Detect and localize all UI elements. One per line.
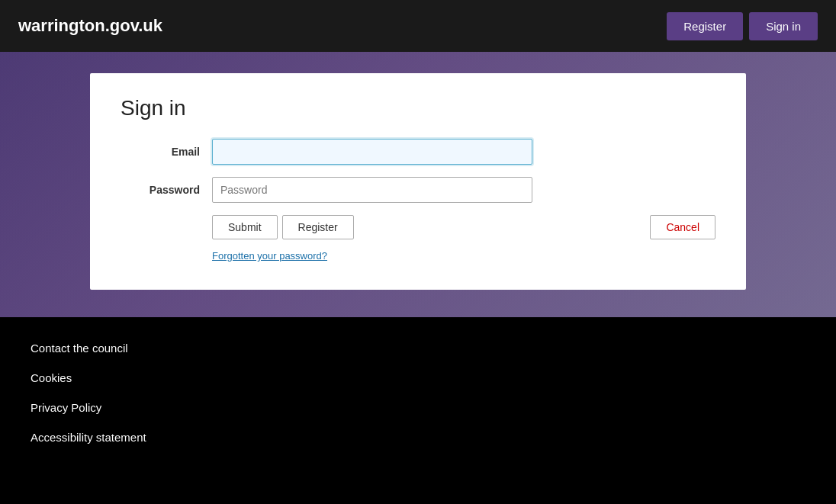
submit-button[interactable]: Submit — [212, 215, 278, 239]
footer-link-privacy[interactable]: Privacy Policy — [31, 401, 805, 414]
footer-link-cookies[interactable]: Cookies — [31, 371, 805, 384]
page-title: Sign in — [121, 96, 715, 120]
form-actions: Submit Register Cancel — [121, 215, 715, 239]
header-buttons: Register Sign in — [667, 12, 818, 40]
forgotten-password-link[interactable]: Forgotten your password? — [212, 250, 327, 262]
signin-card: Sign in Email Password Submit Register C… — [90, 73, 746, 290]
email-input[interactable] — [212, 139, 532, 165]
email-row: Email — [121, 139, 715, 165]
footer-link-accessibility[interactable]: Accessibility statement — [31, 431, 805, 444]
register-button[interactable]: Register — [282, 215, 354, 239]
password-row: Password — [121, 177, 715, 203]
footer: Contact the council Cookies Privacy Poli… — [0, 317, 836, 491]
banner: Sign in Email Password Submit Register C… — [0, 52, 836, 317]
footer-link-contact[interactable]: Contact the council — [31, 342, 805, 355]
header: warrington.gov.uk Register Sign in — [0, 0, 836, 52]
cancel-button[interactable]: Cancel — [650, 215, 715, 239]
header-register-button[interactable]: Register — [667, 12, 743, 40]
email-label: Email — [121, 146, 212, 158]
password-input[interactable] — [212, 177, 532, 203]
site-logo: warrington.gov.uk — [18, 16, 162, 36]
password-label: Password — [121, 184, 212, 196]
header-signin-button[interactable]: Sign in — [749, 12, 818, 40]
